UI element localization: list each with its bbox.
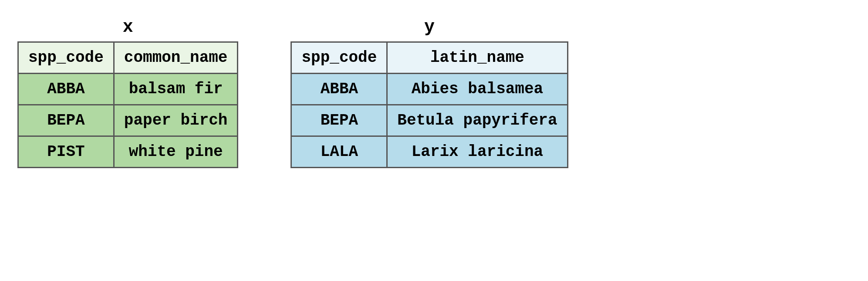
table-y-header-1: latin_name xyxy=(387,42,567,74)
table-x-block: x spp_code common_name ABBA balsam fir B… xyxy=(17,17,238,168)
table-row: BEPA paper birch xyxy=(18,105,238,136)
table-y-cell: Abies balsamea xyxy=(387,74,567,105)
table-y-header-0: spp_code xyxy=(291,42,387,74)
table-row: ABBA Abies balsamea xyxy=(291,74,567,105)
table-y-title: y xyxy=(424,17,435,37)
table-row: spp_code latin_name xyxy=(291,42,567,74)
table-x-header-1: common_name xyxy=(114,42,238,74)
table-y-cell: BEPA xyxy=(291,105,387,136)
table-y: spp_code latin_name ABBA Abies balsamea … xyxy=(290,41,568,168)
table-y-cell: LALA xyxy=(291,136,387,168)
table-y-cell: ABBA xyxy=(291,74,387,105)
table-x: spp_code common_name ABBA balsam fir BEP… xyxy=(17,41,238,168)
table-y-cell: Betula papyrifera xyxy=(387,105,567,136)
table-row: LALA Larix laricina xyxy=(291,136,567,168)
table-x-cell: balsam fir xyxy=(114,74,238,105)
table-row: BEPA Betula papyrifera xyxy=(291,105,567,136)
table-row: PIST white pine xyxy=(18,136,238,168)
table-x-cell: PIST xyxy=(18,136,114,168)
table-x-cell: paper birch xyxy=(114,105,238,136)
table-y-cell: Larix laricina xyxy=(387,136,567,168)
table-x-cell: BEPA xyxy=(18,105,114,136)
table-x-cell: ABBA xyxy=(18,74,114,105)
table-row: ABBA balsam fir xyxy=(18,74,238,105)
table-x-cell: white pine xyxy=(114,136,238,168)
table-y-block: y spp_code latin_name ABBA Abies balsame… xyxy=(290,17,568,168)
table-x-header-0: spp_code xyxy=(18,42,114,74)
table-row: spp_code common_name xyxy=(18,42,238,74)
table-x-title: x xyxy=(123,17,133,37)
